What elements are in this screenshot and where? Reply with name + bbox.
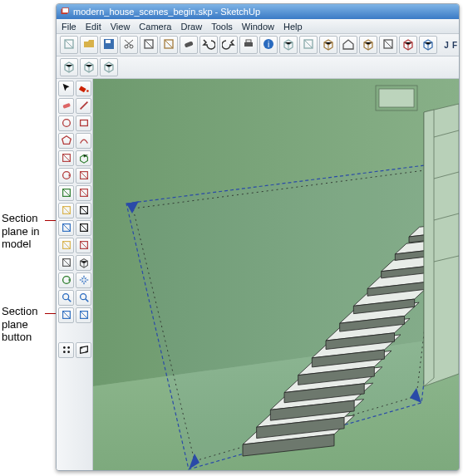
section-plane-button[interactable] xyxy=(76,342,91,358)
tape-icon xyxy=(61,204,72,218)
print-button[interactable] xyxy=(239,36,258,54)
toggle-xray-button[interactable] xyxy=(299,36,318,54)
pan-icon xyxy=(78,274,90,287)
component-button[interactable] xyxy=(319,36,337,54)
redo-icon xyxy=(222,37,235,52)
svg-rect-27 xyxy=(80,120,87,125)
rotate-button[interactable] xyxy=(58,168,74,184)
cleanup-button[interactable] xyxy=(58,255,74,271)
svg-point-55 xyxy=(80,293,86,299)
share-model-icon xyxy=(421,37,435,52)
nested-box-button[interactable] xyxy=(80,58,98,76)
protractor-button[interactable] xyxy=(58,238,74,253)
svg-line-13 xyxy=(165,40,173,48)
scale-icon xyxy=(61,187,72,200)
next-button[interactable] xyxy=(76,307,91,323)
context-button[interactable] xyxy=(379,36,397,54)
followme-button[interactable] xyxy=(76,168,91,184)
menu-file[interactable]: File xyxy=(62,22,76,32)
redo-button[interactable] xyxy=(219,36,238,54)
axes-button[interactable] xyxy=(58,220,74,236)
eraser-button[interactable] xyxy=(58,98,74,114)
tape-button[interactable] xyxy=(58,203,74,218)
circle-button[interactable] xyxy=(58,115,74,131)
package-button[interactable] xyxy=(359,36,377,54)
erase-button[interactable] xyxy=(180,36,198,54)
box-button[interactable] xyxy=(60,58,78,76)
menu-help[interactable]: Help xyxy=(283,22,303,32)
menu-view[interactable]: View xyxy=(111,22,131,32)
rotate-icon xyxy=(61,169,72,183)
paint-bucket-icon xyxy=(78,82,90,96)
house-button[interactable] xyxy=(339,36,357,54)
share-model-button[interactable] xyxy=(419,36,437,54)
zoom-extents-button[interactable] xyxy=(76,290,91,306)
walk-icon xyxy=(61,344,72,357)
arc-button[interactable] xyxy=(76,133,91,149)
package-icon xyxy=(362,37,375,52)
sandbox-button[interactable] xyxy=(76,255,91,271)
viewport-3d[interactable] xyxy=(93,79,459,470)
orbit-button[interactable] xyxy=(58,272,74,288)
paint-bucket-button[interactable] xyxy=(76,81,91,96)
annotation-section-plane-model: Section plane in model xyxy=(2,212,52,251)
model-info-button[interactable]: i xyxy=(259,36,278,54)
new-icon xyxy=(62,37,76,52)
walk-button[interactable] xyxy=(58,342,74,358)
person-icon xyxy=(78,239,90,253)
small-box-button[interactable] xyxy=(100,58,118,76)
annotation-label: Section plane in model xyxy=(2,212,40,250)
previous-button[interactable] xyxy=(58,307,74,323)
svg-rect-15 xyxy=(244,42,253,47)
menu-tools[interactable]: Tools xyxy=(211,22,233,32)
copy-icon xyxy=(142,37,155,52)
offset-button[interactable] xyxy=(76,185,91,201)
titlebar[interactable]: modern_house_scenes_begin.skp - SketchUp xyxy=(57,4,459,19)
move-button[interactable] xyxy=(58,150,74,166)
pushpull-button[interactable] xyxy=(76,150,91,166)
annotation-label: Section plane button xyxy=(2,305,37,343)
svg-line-25 xyxy=(80,101,87,109)
box-icon xyxy=(62,60,76,75)
get-models-button[interactable] xyxy=(399,36,417,54)
svg-line-35 xyxy=(62,189,70,196)
menu-camera[interactable]: Camera xyxy=(139,22,171,32)
section-plane-icon xyxy=(78,344,90,357)
person-button[interactable] xyxy=(76,238,91,253)
save-button[interactable] xyxy=(100,36,118,54)
text-button[interactable] xyxy=(76,203,91,218)
zoom-button[interactable] xyxy=(58,290,74,306)
make-component-button[interactable] xyxy=(279,36,298,54)
scale-button[interactable] xyxy=(58,185,74,201)
protractor-icon xyxy=(61,239,72,253)
menu-edit[interactable]: Edit xyxy=(86,22,101,32)
svg-line-20 xyxy=(304,40,313,48)
arc-icon xyxy=(78,135,90,148)
select-button[interactable] xyxy=(58,81,74,96)
svg-line-43 xyxy=(62,223,70,231)
toggle-xray-icon xyxy=(302,37,315,52)
small-box-icon xyxy=(102,60,116,75)
sketchup-icon xyxy=(60,7,70,17)
undo-button[interactable] xyxy=(199,36,218,54)
model-info-icon: i xyxy=(262,37,275,52)
menu-window[interactable]: Window xyxy=(242,22,274,32)
copy-button[interactable] xyxy=(140,36,158,54)
svg-line-30 xyxy=(62,154,70,161)
dimension-button[interactable] xyxy=(76,220,91,236)
new-button[interactable] xyxy=(60,36,78,54)
toolbar-secondary xyxy=(57,56,459,79)
svg-line-45 xyxy=(80,223,87,231)
paste-button[interactable] xyxy=(160,36,178,54)
offset-icon xyxy=(78,187,90,200)
rectangle-button[interactable] xyxy=(76,115,91,131)
pencil-button[interactable] xyxy=(76,98,91,114)
menu-draw[interactable]: Draw xyxy=(180,22,202,32)
circle-icon xyxy=(61,117,72,130)
svg-rect-24 xyxy=(62,102,71,108)
open-button[interactable] xyxy=(80,36,98,54)
shadow-months-slider[interactable]: JFMAMJJASO xyxy=(442,41,460,50)
cut-button[interactable] xyxy=(120,36,138,54)
polygon-button[interactable] xyxy=(58,133,74,149)
pan-button[interactable] xyxy=(76,272,91,288)
